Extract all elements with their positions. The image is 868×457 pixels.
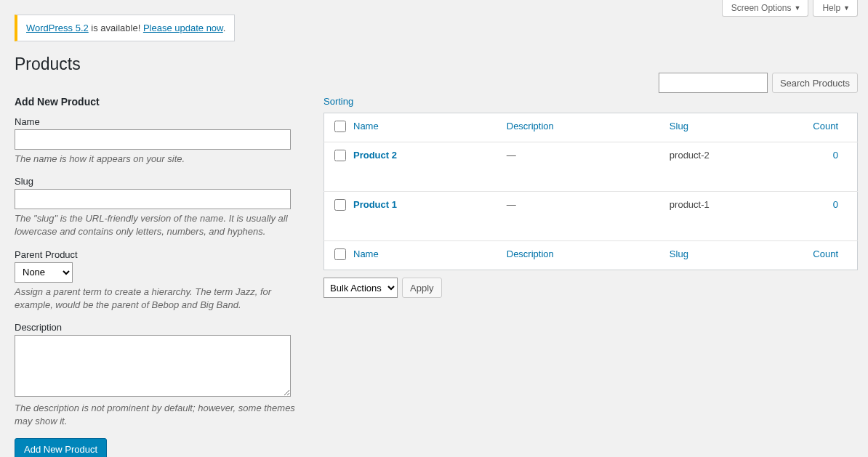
sorting-link[interactable]: Sorting [324,96,353,107]
update-notice: WordPress 5.2 is available! Please updat… [15,15,235,41]
parent-desc: Assign a parent term to create a hierarc… [15,286,302,312]
col-description-header[interactable]: Description [499,113,662,142]
product-name-link[interactable]: Product 2 [353,150,397,161]
col-count-footer[interactable]: Count [805,241,857,270]
bulk-actions-select[interactable]: Bulk Actions [324,278,398,298]
description-label: Description [15,322,302,333]
screen-options-tab[interactable]: Screen Options ▼ [722,0,809,17]
row-checkbox[interactable] [334,199,346,211]
row-count-link[interactable]: 0 [833,199,838,210]
col-slug-footer[interactable]: Slug [662,241,805,270]
select-all-bottom-checkbox[interactable] [334,248,346,260]
wordpress-version-link[interactable]: WordPress 5.2 [26,23,89,33]
description-desc: The description is not prominent by defa… [15,402,302,428]
table-row: Product 1 — product-1 0 [324,192,858,241]
name-input[interactable] [15,129,291,150]
select-all-top-checkbox[interactable] [334,121,346,132]
col-slug-header[interactable]: Slug [662,113,805,142]
notice-text-2: . [223,23,226,33]
update-now-link[interactable]: Please update now [143,23,223,33]
product-name-link[interactable]: Product 1 [353,199,397,210]
row-checkbox[interactable] [334,150,346,161]
page-title: Products [15,54,868,74]
row-description: — [499,142,662,192]
col-count-header[interactable]: Count [805,113,857,142]
caret-down-icon: ▼ [843,4,850,12]
table-row: Product 2 — product-2 0 [324,142,858,192]
parent-select[interactable]: None [15,262,73,283]
parent-label: Parent Product [15,249,302,260]
col-name-footer[interactable]: Name [346,241,499,270]
caret-down-icon: ▼ [794,4,800,12]
row-description: — [499,192,662,241]
description-textarea[interactable] [15,335,291,397]
slug-label: Slug [15,176,302,187]
add-new-product-button[interactable]: Add New Product [15,438,107,457]
col-description-footer[interactable]: Description [499,241,662,270]
add-new-heading: Add New Product [15,96,302,108]
screen-options-label: Screen Options [731,3,792,13]
name-desc: The name is how it appears on your site. [15,153,302,166]
row-slug: product-1 [662,192,805,241]
slug-input[interactable] [15,189,291,209]
row-slug: product-2 [662,142,805,192]
row-count-link[interactable]: 0 [833,150,838,161]
name-label: Name [15,116,302,127]
search-button[interactable]: Search Products [772,73,858,93]
search-input[interactable] [659,73,768,93]
help-label: Help [822,3,840,13]
apply-button[interactable]: Apply [402,278,442,298]
products-table: Name Description Slug Count Product 2 — … [324,113,858,270]
notice-text-1: is available! [89,23,143,33]
col-name-header[interactable]: Name [346,113,499,142]
help-tab[interactable]: Help ▼ [813,0,858,17]
slug-desc: The "slug" is the URL-friendly version o… [15,212,302,238]
